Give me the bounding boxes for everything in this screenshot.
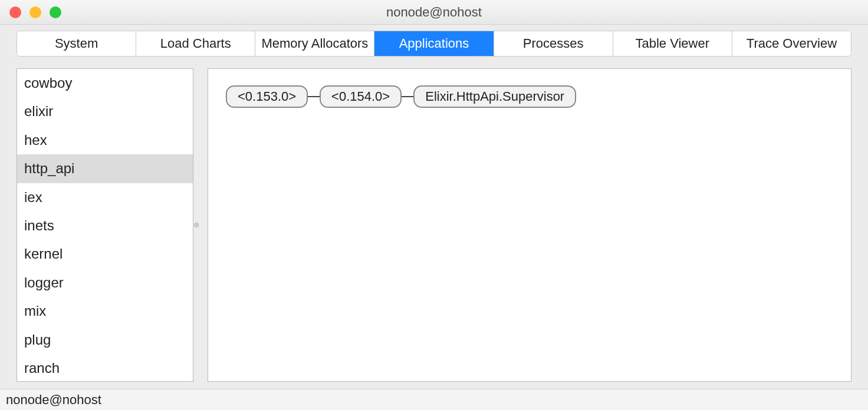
tree-connector <box>308 96 320 97</box>
tab-memory-allocators[interactable]: Memory Allocators <box>255 31 374 56</box>
tab-processes[interactable]: Processes <box>494 31 613 56</box>
process-node[interactable]: <0.153.0> <box>226 85 308 108</box>
tabbar: SystemLoad ChartsMemory AllocatorsApplic… <box>17 31 851 57</box>
statusbar-text: nonode@nohost <box>6 392 101 408</box>
applications-list[interactable]: cowboyelixirhexhttp_apiiexinetskernellog… <box>17 68 193 382</box>
sidebar-item-logger[interactable]: logger <box>17 269 193 297</box>
maximize-icon[interactable] <box>50 6 61 18</box>
sidebar-container: cowboyelixirhexhttp_apiiexinetskernellog… <box>17 68 199 382</box>
tabbar-container: SystemLoad ChartsMemory AllocatorsApplic… <box>0 25 868 57</box>
sidebar-item-cowboy[interactable]: cowboy <box>17 69 193 97</box>
sidebar-item-kernel[interactable]: kernel <box>17 240 193 268</box>
tree-connector <box>402 96 413 97</box>
content-area: cowboyelixirhexhttp_apiiexinetskernellog… <box>0 57 868 389</box>
tab-applications[interactable]: Applications <box>374 31 494 56</box>
tab-load-charts[interactable]: Load Charts <box>136 31 255 56</box>
minimize-icon[interactable] <box>29 6 41 18</box>
sidebar-item-inets[interactable]: inets <box>17 211 193 240</box>
statusbar: nonode@nohost <box>0 389 868 410</box>
sidebar-item-ranch[interactable]: ranch <box>17 354 193 382</box>
tab-trace-overview[interactable]: Trace Overview <box>732 31 851 56</box>
supervision-tree-row: <0.153.0><0.154.0>Elixir.HttpApi.Supervi… <box>226 85 838 108</box>
process-node[interactable]: Elixir.HttpApi.Supervisor <box>413 85 576 108</box>
sidebar-item-hex[interactable]: hex <box>17 126 193 154</box>
close-icon[interactable] <box>9 6 21 18</box>
sidebar-item-elixir[interactable]: elixir <box>17 97 193 125</box>
titlebar: nonode@nohost <box>0 0 868 25</box>
splitter-handle[interactable] <box>193 68 199 382</box>
sidebar-item-plug[interactable]: plug <box>17 326 193 354</box>
sidebar-item-iex[interactable]: iex <box>17 183 193 211</box>
splitter-grip-icon <box>194 223 199 227</box>
window-title: nonode@nohost <box>0 5 868 20</box>
process-node[interactable]: <0.154.0> <box>320 85 402 108</box>
sidebar-item-mix[interactable]: mix <box>17 297 193 325</box>
traffic-lights <box>9 6 61 18</box>
sidebar-item-http-api[interactable]: http_api <box>17 154 193 183</box>
tab-system[interactable]: System <box>17 31 136 56</box>
tab-table-viewer[interactable]: Table Viewer <box>613 31 732 56</box>
supervision-tree-panel: <0.153.0><0.154.0>Elixir.HttpApi.Supervi… <box>208 68 851 382</box>
